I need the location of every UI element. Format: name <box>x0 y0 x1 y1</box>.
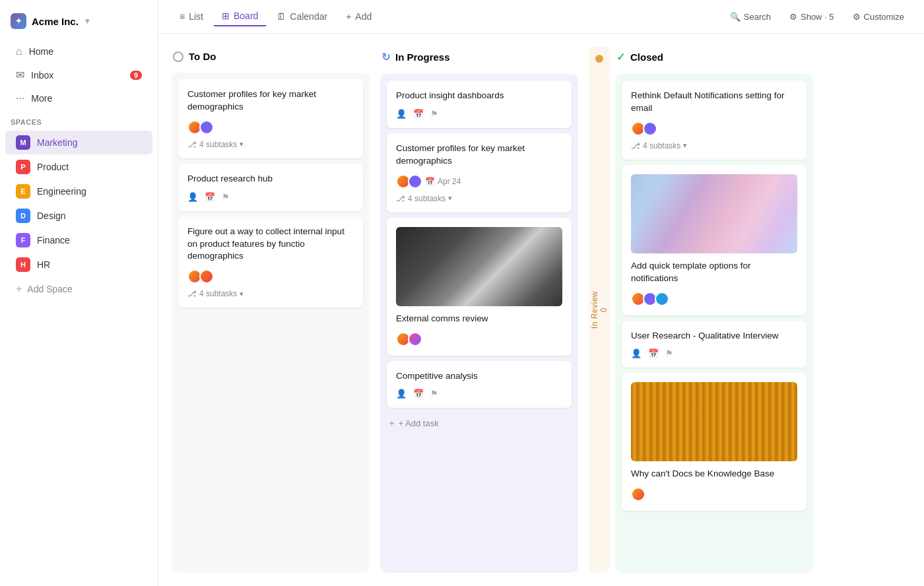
card-cl3-title: User Research - Qualitative Interview <box>631 330 797 342</box>
tab-list[interactable]: ≡ List <box>172 7 211 26</box>
flag-icon: ⚑ <box>430 109 438 119</box>
flag-icon: ⚑ <box>665 348 673 358</box>
card-c2-icons: 👤 📅 ⚑ <box>187 192 354 202</box>
space-label-marketing: Marketing <box>37 137 77 148</box>
add-space-button[interactable]: + Add Space <box>5 278 152 300</box>
space-icon-hr: H <box>16 257 30 272</box>
sidebar-item-inbox[interactable]: ✉ Inbox 9 <box>5 63 152 86</box>
subtask-icon: ⎇ <box>187 289 197 298</box>
card-cl2-avatars <box>631 292 797 306</box>
card-ip3[interactable]: External comms review <box>387 218 572 356</box>
space-label-finance: Finance <box>37 235 70 245</box>
space-item-design[interactable]: D Design <box>5 204 152 228</box>
card-c1[interactable]: Customer profiles for key market demogra… <box>178 79 363 158</box>
card-c2[interactable]: Product research hub 👤 📅 ⚑ <box>178 164 363 211</box>
column-inprogress-label: In Progress <box>395 51 450 63</box>
app-logo[interactable]: ✦ Acme Inc. ▾ <box>0 8 158 40</box>
subtask-icon: ⎇ <box>396 194 405 203</box>
filter-icon: ⚙ <box>789 12 797 22</box>
card-cl2[interactable]: Add quick template options for notificat… <box>622 165 807 315</box>
chevron-down-icon: ▾ <box>85 16 89 26</box>
plus-icon: + <box>16 283 22 295</box>
tab-calendar[interactable]: 🗓 Calendar <box>269 7 335 26</box>
review-label: In Review 0 <box>590 291 609 329</box>
home-icon: ⌂ <box>16 46 22 57</box>
card-cl4[interactable]: Why can't Docs be Knowledge Base <box>622 373 807 511</box>
calendar-icon: 📅 <box>425 177 435 186</box>
spaces-label: Spaces <box>0 110 158 130</box>
card-c3[interactable]: Figure out a way to collect internal inp… <box>178 216 363 308</box>
tab-add[interactable]: + Add <box>338 7 380 26</box>
chevron-icon: ▾ <box>240 140 244 148</box>
card-cl1-title: Rethink Default Notifications setting fo… <box>631 90 797 115</box>
space-label-hr: HR <box>37 259 50 270</box>
card-c1-avatars <box>187 120 354 135</box>
column-header-closed: ✓ Closed <box>615 47 813 67</box>
add-task-label: + Add task <box>399 418 439 428</box>
date-icon: 📅 <box>413 109 424 119</box>
avatar <box>631 487 645 502</box>
card-cl1[interactable]: Rethink Default Notifications setting fo… <box>622 81 807 160</box>
avatar <box>199 120 214 135</box>
tab-board[interactable]: ⊞ Board <box>214 7 266 26</box>
card-c1-title: Customer profiles for key market demogra… <box>187 88 354 114</box>
inbox-icon: ✉ <box>16 69 24 81</box>
tab-add-label: Add <box>355 11 372 22</box>
app-name: Acme Inc. <box>32 16 79 27</box>
main-content: ≡ List ⊞ Board 🗓 Calendar + Add 🔍 Search… <box>158 0 924 586</box>
customize-icon: ⚙ <box>853 12 861 22</box>
space-label-design: Design <box>37 211 66 221</box>
space-item-product[interactable]: P Product <box>5 155 152 179</box>
board-icon: ⊞ <box>222 11 230 21</box>
space-icon-marketing: M <box>16 135 30 150</box>
space-icon-engineering: E <box>16 184 30 199</box>
card-cl4-avatars <box>631 487 797 502</box>
search-button[interactable]: 🔍 Search <box>723 9 777 25</box>
inbox-badge: 9 <box>130 71 142 80</box>
space-item-engineering[interactable]: E Engineering <box>5 179 152 203</box>
card-ip4[interactable]: Competitive analysis 👤 📅 ⚑ <box>387 361 572 408</box>
card-c3-subtasks: ⎇ 4 subtasks ▾ <box>187 289 354 298</box>
add-space-label: Add Space <box>27 284 73 294</box>
column-closed-body: Rethink Default Notifications setting fo… <box>615 74 813 573</box>
avatar <box>643 121 657 136</box>
column-todo-label: To Do <box>189 51 216 62</box>
card-ip2-subtasks: ⎇ 4 subtasks ▾ <box>396 194 562 203</box>
more-icon: ··· <box>16 92 24 104</box>
card-cl2-title: Add quick template options for notificat… <box>631 260 797 285</box>
person-icon: 👤 <box>396 109 407 119</box>
card-ip4-title: Competitive analysis <box>396 370 562 383</box>
card-ip2-avatars <box>396 174 420 189</box>
space-item-marketing[interactable]: M Marketing <box>5 131 152 154</box>
card-ip2-date: 📅 Apr 24 <box>425 177 461 186</box>
avatar <box>199 269 214 284</box>
space-item-finance[interactable]: F Finance <box>5 228 152 252</box>
card-ip1[interactable]: Product insight dashboards 👤 📅 ⚑ <box>387 81 572 128</box>
card-ip2-title: Customer profiles for key market demogra… <box>396 143 562 168</box>
card-ip3-avatars <box>396 332 562 346</box>
card-cl3[interactable]: User Research - Qualitative Interview 👤 … <box>622 321 807 368</box>
card-ip4-icons: 👤 📅 ⚑ <box>396 389 562 399</box>
column-review: In Review 0 <box>589 47 610 573</box>
customize-button[interactable]: ⚙ Customize <box>846 9 911 25</box>
show-button[interactable]: ⚙ Show · 5 <box>783 9 841 25</box>
sidebar-nav: ⌂ Home ✉ Inbox 9 ··· More <box>0 40 158 110</box>
sidebar-more-label: More <box>31 93 52 104</box>
sidebar-item-more[interactable]: ··· More <box>5 87 152 110</box>
add-task-button[interactable]: + + Add task <box>387 413 572 434</box>
card-ip1-icons: 👤 📅 ⚑ <box>396 109 562 119</box>
card-ip2-meta: 📅 Apr 24 <box>396 174 562 189</box>
sidebar-home-label: Home <box>29 46 53 57</box>
card-cl4-title: Why can't Docs be Knowledge Base <box>631 468 797 480</box>
card-c2-title: Product research hub <box>187 173 354 185</box>
subtask-icon: ⎇ <box>631 141 640 150</box>
column-inprogress: ↻ In Progress Product insight dashboards… <box>380 47 578 573</box>
person-icon: 👤 <box>396 389 407 399</box>
card-ip2[interactable]: Customer profiles for key market demogra… <box>387 133 572 212</box>
spaces-list: M Marketing P Product E Engineering D De… <box>0 130 158 277</box>
date-icon: 📅 <box>648 348 659 358</box>
sidebar-item-home[interactable]: ⌂ Home <box>5 40 152 63</box>
space-item-hr[interactable]: H HR <box>5 253 152 277</box>
card-c3-avatars <box>187 269 354 284</box>
card-cl4-image <box>631 382 797 461</box>
